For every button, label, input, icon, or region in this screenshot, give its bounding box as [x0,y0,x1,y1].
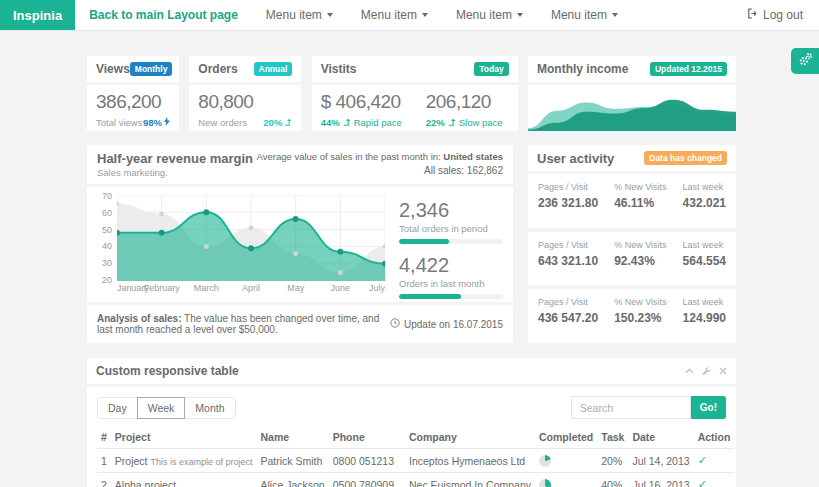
bolt-icon [164,117,170,128]
activity-row: Pages / Visit236 321.80 % New Visits46.1… [528,174,736,228]
go-button[interactable]: Go! [691,396,726,419]
caret-down-icon [517,13,523,17]
clock-icon [390,318,400,330]
level-up-icon [284,117,292,128]
update-date: Update on 16.07.2015 [390,318,503,330]
x-axis-label: February [144,283,180,293]
average-sales-line: Average value of sales in the past month… [257,151,503,162]
table-panel-title: Custom responsive table [96,364,239,378]
menu-item-2[interactable]: Menu item [361,0,428,30]
filter-day-button[interactable]: Day [97,397,138,419]
x-axis-label: May [287,283,304,293]
today-badge: Today [474,62,508,76]
orders-last-month-stat: 4,422 Orders in last month [399,254,503,299]
caret-down-icon [422,13,428,17]
search-input[interactable] [571,396,691,419]
logout-button[interactable]: Log out [747,0,803,30]
views-card-title: Views [96,62,130,76]
table-panel: Custom responsive table Day Week Month G… [87,358,736,487]
visits-delta-1: 44%Rapid pace [321,117,402,128]
period-filter: Day Week Month [97,397,236,419]
caret-down-icon [612,13,618,17]
level-up-icon [343,117,351,128]
orders-card: Orders Annual 80,800 New orders 20% [189,56,301,131]
y-axis-tick: 30 [97,258,112,268]
table-row: 1 Project This is example of project Pat… [97,449,734,473]
monthly-badge: Monthly [130,62,173,76]
user-activity-title: User activity [537,151,614,166]
updated-badge: Updated 12.2015 [650,62,727,76]
orders-card-title: Orders [198,62,237,76]
y-axis-tick: 70 [97,191,112,201]
views-label: Total views [96,117,142,128]
menu-item-1[interactable]: Menu item [266,0,333,30]
collapse-icon[interactable] [685,368,694,374]
revenue-title: Half-year revenue margin [97,151,253,166]
orders-value: 80,800 [198,91,292,113]
sign-out-icon [747,8,758,22]
revenue-chart: 706050403020 JanuaryFebruaryMarchAprilMa… [97,195,385,299]
views-card: Views Monthly 386,200 Total views 98% [87,56,179,131]
x-axis-label: June [331,283,351,293]
x-axis-label: March [194,283,219,293]
y-axis-tick: 40 [97,241,112,251]
views-value: 386,200 [96,91,170,113]
income-card-title: Monthly income [537,62,628,76]
revenue-subtitle: Sales marketing. [97,167,253,178]
y-axis-tick: 20 [97,275,112,285]
orders-delta: 20% [263,117,292,128]
filter-month-button[interactable]: Month [184,397,235,419]
orders-label: New orders [198,117,247,128]
y-axis: 706050403020 [97,191,117,285]
visits-value-2: 206,120 [426,91,503,113]
completed-pie-chart [539,479,551,487]
gears-icon [798,52,813,71]
y-axis-tick: 50 [97,225,112,235]
check-icon[interactable]: ✓ [698,478,707,487]
menu-item-4[interactable]: Menu item [551,0,618,30]
visits-delta-2: 22%Slow pace [426,117,503,128]
data-changed-badge: Data has changed [644,151,727,165]
filter-week-button[interactable]: Week [137,397,186,419]
user-activity-panel: User activity Data has changed Pages / V… [528,145,736,343]
main-content: Views Monthly 386,200 Total views 98% Or… [87,56,736,487]
progress-bar [399,294,503,299]
projects-table: # Project Name Phone Company Completed T… [97,426,734,487]
level-up-icon [448,117,456,128]
back-to-layout-link[interactable]: Back to main Layout page [89,0,238,30]
analysis-text: Analysis of sales: The value has been ch… [97,313,390,335]
theme-settings-button[interactable] [791,48,819,74]
x-axis: JanuaryFebruaryMarchAprilMayJuneJuly [117,281,385,294]
visits-card-title: Vistits [321,62,357,76]
views-delta: 98% [143,117,170,128]
close-icon[interactable] [719,367,727,375]
caret-down-icon [327,13,333,17]
stats-row: Views Monthly 386,200 Total views 98% Or… [87,56,736,131]
all-sales-line: All sales: 162,862 [257,165,503,176]
monthly-income-card: Monthly income Updated 12.2015 [528,56,736,131]
table-row: 2 Alpha project Alice Jackson 0500 78090… [97,473,734,487]
x-axis-label: July [369,283,385,293]
y-axis-tick: 60 [97,208,112,218]
activity-row: Pages / Visit643 321.10 % New Visits92.4… [528,232,736,286]
top-navbar: Inspinia Back to main Layout page Menu i… [0,0,819,31]
activity-row: Pages / Visit436 547.20 % New Visits150.… [528,289,736,343]
visits-card: Vistits Today $ 406,420 44%Rapid pace 20… [312,56,518,131]
check-icon[interactable]: ✓ [698,454,707,466]
completed-pie-chart [539,455,551,467]
brand-logo[interactable]: Inspinia [0,0,75,30]
revenue-panel: Half-year revenue margin Sales marketing… [87,145,513,343]
income-mini-chart [528,85,736,131]
x-axis-label: April [242,283,260,293]
wrench-icon[interactable] [702,367,711,376]
menu-item-3[interactable]: Menu item [456,0,523,30]
visits-value-1: $ 406,420 [321,91,402,113]
annual-badge: Annual [254,62,293,76]
orders-in-period-stat: 2,346 Total orders in period [399,199,503,244]
progress-bar [399,239,503,244]
table-header-row: # Project Name Phone Company Completed T… [97,426,734,449]
